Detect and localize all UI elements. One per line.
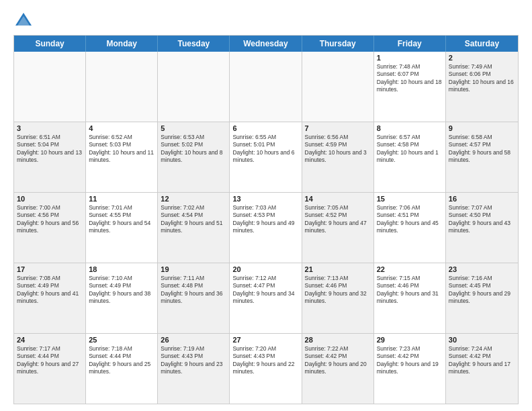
header-day-friday: Friday bbox=[374, 36, 446, 52]
calendar-cell-21: 21Sunrise: 7:13 AMSunset: 4:46 PMDayligh… bbox=[302, 263, 374, 333]
calendar-row-3: 10Sunrise: 7:00 AMSunset: 4:56 PMDayligh… bbox=[14, 192, 518, 263]
calendar-cell-8: 8Sunrise: 6:57 AMSunset: 4:58 PMDaylight… bbox=[374, 122, 446, 192]
header-day-sunday: Sunday bbox=[14, 36, 86, 52]
cell-info: Sunrise: 7:13 AMSunset: 4:46 PMDaylight:… bbox=[305, 275, 371, 306]
cell-info: Sunrise: 6:53 AMSunset: 5:02 PMDaylight:… bbox=[161, 134, 226, 165]
calendar-cell-13: 13Sunrise: 7:03 AMSunset: 4:53 PMDayligh… bbox=[230, 193, 302, 263]
day-number: 28 bbox=[305, 336, 371, 344]
logo bbox=[13, 11, 36, 31]
cell-info: Sunrise: 7:15 AMSunset: 4:46 PMDaylight:… bbox=[377, 275, 443, 306]
cell-info: Sunrise: 7:12 AMSunset: 4:47 PMDaylight:… bbox=[232, 275, 298, 306]
header-day-monday: Monday bbox=[86, 36, 158, 52]
cell-info: Sunrise: 7:18 AMSunset: 4:44 PMDaylight:… bbox=[89, 345, 154, 376]
calendar-cell-26: 26Sunrise: 7:19 AMSunset: 4:43 PMDayligh… bbox=[158, 334, 230, 404]
cell-info: Sunrise: 6:58 AMSunset: 4:57 PMDaylight:… bbox=[449, 134, 515, 165]
header-day-tuesday: Tuesday bbox=[158, 36, 230, 52]
cell-info: Sunrise: 7:16 AMSunset: 4:45 PMDaylight:… bbox=[449, 275, 515, 306]
day-number: 8 bbox=[377, 124, 443, 132]
cell-info: Sunrise: 7:49 AMSunset: 6:06 PMDaylight:… bbox=[449, 63, 515, 94]
calendar-cell-1: 1Sunrise: 7:48 AMSunset: 6:07 PMDaylight… bbox=[374, 52, 446, 122]
calendar-cell-7: 7Sunrise: 6:56 AMSunset: 4:59 PMDaylight… bbox=[302, 122, 374, 192]
calendar: SundayMondayTuesdayWednesdayThursdayFrid… bbox=[13, 35, 519, 404]
calendar-row-4: 17Sunrise: 7:08 AMSunset: 4:49 PMDayligh… bbox=[14, 263, 518, 333]
page: SundayMondayTuesdayWednesdayThursdayFrid… bbox=[0, 0, 532, 411]
day-number: 22 bbox=[377, 265, 443, 273]
cell-info: Sunrise: 7:48 AMSunset: 6:07 PMDaylight:… bbox=[377, 63, 443, 94]
calendar-cell-11: 11Sunrise: 7:01 AMSunset: 4:55 PMDayligh… bbox=[86, 193, 158, 263]
day-number: 19 bbox=[161, 265, 226, 273]
cell-info: Sunrise: 7:24 AMSunset: 4:42 PMDaylight:… bbox=[449, 345, 515, 376]
calendar-cell-empty bbox=[14, 52, 86, 122]
calendar-row-5: 24Sunrise: 7:17 AMSunset: 4:44 PMDayligh… bbox=[14, 333, 518, 404]
day-number: 26 bbox=[161, 336, 226, 344]
calendar-cell-15: 15Sunrise: 7:06 AMSunset: 4:51 PMDayligh… bbox=[374, 193, 446, 263]
calendar-cell-9: 9Sunrise: 6:58 AMSunset: 4:57 PMDaylight… bbox=[446, 122, 518, 192]
cell-info: Sunrise: 7:23 AMSunset: 4:42 PMDaylight:… bbox=[377, 345, 443, 376]
calendar-cell-5: 5Sunrise: 6:53 AMSunset: 5:02 PMDaylight… bbox=[158, 122, 230, 192]
cell-info: Sunrise: 7:01 AMSunset: 4:55 PMDaylight:… bbox=[89, 204, 154, 235]
cell-info: Sunrise: 6:56 AMSunset: 4:59 PMDaylight:… bbox=[305, 134, 371, 165]
header bbox=[13, 11, 519, 31]
day-number: 16 bbox=[449, 195, 515, 203]
calendar-body: 1Sunrise: 7:48 AMSunset: 6:07 PMDaylight… bbox=[14, 52, 518, 404]
calendar-cell-27: 27Sunrise: 7:20 AMSunset: 4:43 PMDayligh… bbox=[230, 334, 302, 404]
cell-info: Sunrise: 7:11 AMSunset: 4:48 PMDaylight:… bbox=[161, 275, 226, 306]
cell-info: Sunrise: 7:00 AMSunset: 4:56 PMDaylight:… bbox=[17, 204, 83, 235]
day-number: 15 bbox=[377, 195, 443, 203]
day-number: 23 bbox=[449, 265, 515, 273]
calendar-header: SundayMondayTuesdayWednesdayThursdayFrid… bbox=[14, 36, 518, 52]
day-number: 2 bbox=[449, 54, 515, 62]
day-number: 13 bbox=[232, 195, 298, 203]
calendar-cell-6: 6Sunrise: 6:55 AMSunset: 5:01 PMDaylight… bbox=[230, 122, 302, 192]
calendar-cell-empty bbox=[86, 52, 158, 122]
day-number: 27 bbox=[232, 336, 298, 344]
calendar-cell-12: 12Sunrise: 7:02 AMSunset: 4:54 PMDayligh… bbox=[158, 193, 230, 263]
calendar-cell-17: 17Sunrise: 7:08 AMSunset: 4:49 PMDayligh… bbox=[14, 263, 86, 333]
calendar-cell-4: 4Sunrise: 6:52 AMSunset: 5:03 PMDaylight… bbox=[86, 122, 158, 192]
calendar-cell-30: 30Sunrise: 7:24 AMSunset: 4:42 PMDayligh… bbox=[446, 334, 518, 404]
cell-info: Sunrise: 6:57 AMSunset: 4:58 PMDaylight:… bbox=[377, 134, 443, 165]
header-day-thursday: Thursday bbox=[302, 36, 374, 52]
day-number: 1 bbox=[377, 54, 443, 62]
day-number: 3 bbox=[17, 124, 83, 132]
cell-info: Sunrise: 7:05 AMSunset: 4:52 PMDaylight:… bbox=[305, 204, 371, 235]
calendar-cell-19: 19Sunrise: 7:11 AMSunset: 4:48 PMDayligh… bbox=[158, 263, 230, 333]
calendar-cell-29: 29Sunrise: 7:23 AMSunset: 4:42 PMDayligh… bbox=[374, 334, 446, 404]
cell-info: Sunrise: 6:52 AMSunset: 5:03 PMDaylight:… bbox=[89, 134, 154, 165]
header-day-wednesday: Wednesday bbox=[230, 36, 302, 52]
cell-info: Sunrise: 7:03 AMSunset: 4:53 PMDaylight:… bbox=[232, 204, 298, 235]
calendar-cell-empty bbox=[302, 52, 374, 122]
calendar-cell-23: 23Sunrise: 7:16 AMSunset: 4:45 PMDayligh… bbox=[446, 263, 518, 333]
day-number: 11 bbox=[89, 195, 154, 203]
cell-info: Sunrise: 6:51 AMSunset: 5:04 PMDaylight:… bbox=[17, 134, 83, 165]
day-number: 5 bbox=[161, 124, 226, 132]
day-number: 6 bbox=[232, 124, 298, 132]
cell-info: Sunrise: 7:08 AMSunset: 4:49 PMDaylight:… bbox=[17, 275, 83, 306]
calendar-cell-24: 24Sunrise: 7:17 AMSunset: 4:44 PMDayligh… bbox=[14, 334, 86, 404]
day-number: 21 bbox=[305, 265, 371, 273]
logo-icon bbox=[13, 11, 34, 31]
header-day-saturday: Saturday bbox=[446, 36, 518, 52]
day-number: 18 bbox=[89, 265, 154, 273]
calendar-cell-28: 28Sunrise: 7:22 AMSunset: 4:42 PMDayligh… bbox=[302, 334, 374, 404]
calendar-cell-20: 20Sunrise: 7:12 AMSunset: 4:47 PMDayligh… bbox=[230, 263, 302, 333]
day-number: 25 bbox=[89, 336, 154, 344]
day-number: 12 bbox=[161, 195, 226, 203]
day-number: 20 bbox=[232, 265, 298, 273]
cell-info: Sunrise: 7:02 AMSunset: 4:54 PMDaylight:… bbox=[161, 204, 226, 235]
day-number: 9 bbox=[449, 124, 515, 132]
day-number: 14 bbox=[305, 195, 371, 203]
calendar-cell-25: 25Sunrise: 7:18 AMSunset: 4:44 PMDayligh… bbox=[86, 334, 158, 404]
calendar-cell-16: 16Sunrise: 7:07 AMSunset: 4:50 PMDayligh… bbox=[446, 193, 518, 263]
calendar-cell-empty bbox=[230, 52, 302, 122]
day-number: 7 bbox=[305, 124, 371, 132]
calendar-cell-14: 14Sunrise: 7:05 AMSunset: 4:52 PMDayligh… bbox=[302, 193, 374, 263]
cell-info: Sunrise: 7:07 AMSunset: 4:50 PMDaylight:… bbox=[449, 204, 515, 235]
calendar-cell-10: 10Sunrise: 7:00 AMSunset: 4:56 PMDayligh… bbox=[14, 193, 86, 263]
day-number: 17 bbox=[17, 265, 83, 273]
cell-info: Sunrise: 7:22 AMSunset: 4:42 PMDaylight:… bbox=[305, 345, 371, 376]
calendar-cell-3: 3Sunrise: 6:51 AMSunset: 5:04 PMDaylight… bbox=[14, 122, 86, 192]
cell-info: Sunrise: 7:10 AMSunset: 4:49 PMDaylight:… bbox=[89, 275, 154, 306]
day-number: 24 bbox=[17, 336, 83, 344]
calendar-row-2: 3Sunrise: 6:51 AMSunset: 5:04 PMDaylight… bbox=[14, 122, 518, 192]
